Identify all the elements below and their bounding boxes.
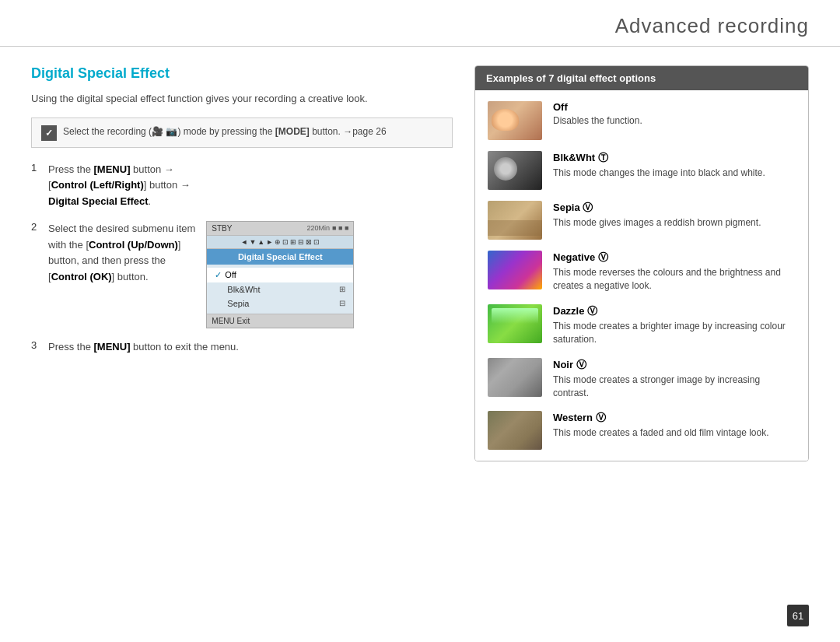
step-3-content: Press the [MENU] button to exit the menu… bbox=[48, 339, 239, 356]
effect-thumb-off bbox=[488, 101, 542, 140]
effect-info-western: Western Ⓥ This mode creates a faded and … bbox=[553, 411, 796, 440]
effect-desc-blkwht: This mode changes the image into black a… bbox=[553, 167, 796, 180]
effect-desc-off: Disables the function. bbox=[553, 114, 796, 128]
step-2-number: 2 bbox=[31, 221, 42, 233]
camera-ui-footer: MENU Exit bbox=[207, 314, 353, 328]
effect-desc-negative: This mode reverses the colours and the b… bbox=[553, 266, 796, 293]
effect-name-western: Western Ⓥ bbox=[553, 411, 796, 425]
step-3: 3 Press the [MENU] button to exit the me… bbox=[31, 339, 453, 356]
effect-off: Off Disables the function. bbox=[488, 101, 796, 140]
right-column: Examples of 7 digital effect options Off… bbox=[474, 65, 809, 461]
effect-name-dazzle: Dazzle Ⓥ bbox=[553, 304, 796, 318]
effect-info-negative: Negative Ⓥ This mode reverses the colour… bbox=[553, 251, 796, 293]
effect-thumb-sepia bbox=[488, 201, 542, 240]
effect-name-blkwht: Blk&Wht Ⓣ bbox=[553, 151, 796, 165]
menu-item-off: ✓ Off bbox=[207, 268, 353, 282]
step-2-text: Select the desired submenu item with the… bbox=[48, 221, 195, 286]
effect-info-off: Off Disables the function. bbox=[553, 101, 796, 128]
section-title: Digital Special Effect bbox=[31, 65, 453, 82]
menu-item-blkwht: Blk&Wht ⊞ bbox=[207, 282, 353, 296]
page-header: Advanced recording bbox=[0, 0, 840, 47]
examples-box: Examples of 7 digital effect options Off… bbox=[474, 65, 809, 461]
step-2-content-area: Select the desired submenu item with the… bbox=[48, 221, 354, 328]
camera-menu-title: Digital Special Effect bbox=[207, 249, 353, 265]
examples-header: Examples of 7 digital effect options bbox=[475, 66, 808, 90]
examples-content: Off Disables the function. Blk&Wht Ⓣ Thi… bbox=[475, 90, 808, 461]
effect-name-noir: Noir Ⓥ bbox=[553, 358, 796, 372]
camera-menu-items: ✓ Off Blk&Wht ⊞ Sepia bbox=[207, 265, 353, 314]
effect-thumb-noir bbox=[488, 358, 542, 397]
note-box: ✓ Select the recording (🎥 📷) mode by pre… bbox=[31, 118, 453, 148]
camera-stby: STBY bbox=[212, 224, 232, 233]
effect-desc-western: This mode creates a faded and old film v… bbox=[553, 426, 796, 440]
page-number: 61 bbox=[787, 605, 809, 626]
left-column: Digital Special Effect Using the digital… bbox=[31, 65, 453, 461]
effect-desc-sepia: This mode gives images a reddish brown p… bbox=[553, 216, 796, 230]
effect-noir: Noir Ⓥ This mode creates a stronger imag… bbox=[488, 358, 796, 401]
note-text: Select the recording (🎥 📷) mode by press… bbox=[63, 125, 387, 139]
page-title: Advanced recording bbox=[615, 14, 809, 37]
effect-info-sepia: Sepia Ⓥ This mode gives images a reddish… bbox=[553, 201, 796, 230]
effect-thumb-western bbox=[488, 411, 542, 450]
intro-text: Using the digital special effect functio… bbox=[31, 91, 453, 107]
effect-western: Western Ⓥ This mode creates a faded and … bbox=[488, 411, 796, 450]
step-2: 2 Select the desired submenu item with t… bbox=[31, 221, 453, 328]
effect-name-sepia: Sepia Ⓥ bbox=[553, 201, 796, 215]
effect-info-dazzle: Dazzle Ⓥ This mode creates a brighter im… bbox=[553, 304, 796, 347]
effect-negative: Negative Ⓥ This mode reverses the colour… bbox=[488, 251, 796, 293]
menu-item-sepia: Sepia ⊟ bbox=[207, 296, 353, 310]
camera-ui-top: STBY 220Min ■ ■ ■ bbox=[207, 222, 353, 236]
steps-list: 1 Press the [MENU] button → [Control (Le… bbox=[31, 162, 453, 356]
effect-thumb-blkwht bbox=[488, 151, 542, 190]
main-content: Digital Special Effect Using the digital… bbox=[0, 47, 840, 477]
effect-thumb-negative bbox=[488, 251, 542, 289]
effect-info-noir: Noir Ⓥ This mode creates a stronger imag… bbox=[553, 358, 796, 401]
effect-thumb-dazzle bbox=[488, 304, 542, 343]
step-1-number: 1 bbox=[31, 162, 42, 174]
page-container: Advanced recording Digital Special Effec… bbox=[0, 0, 840, 642]
effect-info-blkwht: Blk&Wht Ⓣ This mode changes the image in… bbox=[553, 151, 796, 180]
camera-ui-icons: 220Min ■ ■ ■ bbox=[306, 224, 348, 232]
effect-sepia: Sepia Ⓥ This mode gives images a reddish… bbox=[488, 201, 796, 240]
step-1: 1 Press the [MENU] button → [Control (Le… bbox=[31, 162, 453, 210]
effect-desc-noir: This mode creates a stronger image by in… bbox=[553, 374, 796, 401]
camera-ui-mockup: STBY 220Min ■ ■ ■ ◄▼▲►⊕⊡⊞⊟⊠⊡ Digital Spe… bbox=[206, 221, 354, 328]
effect-name-negative: Negative Ⓥ bbox=[553, 251, 796, 265]
step-1-content: Press the [MENU] button → [Control (Left… bbox=[48, 162, 191, 210]
effect-name-off: Off bbox=[553, 101, 796, 113]
effect-blkwht: Blk&Wht Ⓣ This mode changes the image in… bbox=[488, 151, 796, 190]
effect-dazzle: Dazzle Ⓥ This mode creates a brighter im… bbox=[488, 304, 796, 347]
step-3-number: 3 bbox=[31, 339, 42, 351]
effect-desc-dazzle: This mode creates a brighter image by in… bbox=[553, 320, 796, 347]
note-icon: ✓ bbox=[41, 125, 57, 141]
